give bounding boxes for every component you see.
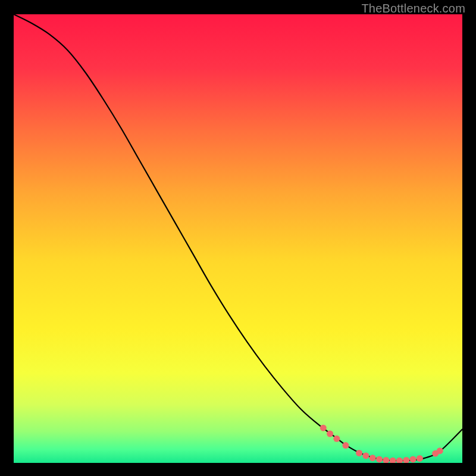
chart-stage: TheBottleneck.com xyxy=(0,0,476,476)
highlight-dot xyxy=(342,442,349,449)
highlight-dot xyxy=(376,456,383,462)
chart-plot xyxy=(14,14,462,463)
highlight-dot xyxy=(356,450,362,456)
highlight-dot xyxy=(416,455,423,462)
highlight-dot xyxy=(369,455,376,461)
watermark-text: TheBottleneck.com xyxy=(361,2,465,15)
chart-svg xyxy=(14,14,462,463)
gradient-background xyxy=(14,14,462,463)
highlight-dot xyxy=(327,430,333,437)
highlight-dot xyxy=(320,425,327,431)
highlight-dot xyxy=(410,456,416,462)
highlight-dot xyxy=(437,447,443,454)
highlight-dot xyxy=(333,436,340,442)
highlight-dot xyxy=(362,452,369,459)
